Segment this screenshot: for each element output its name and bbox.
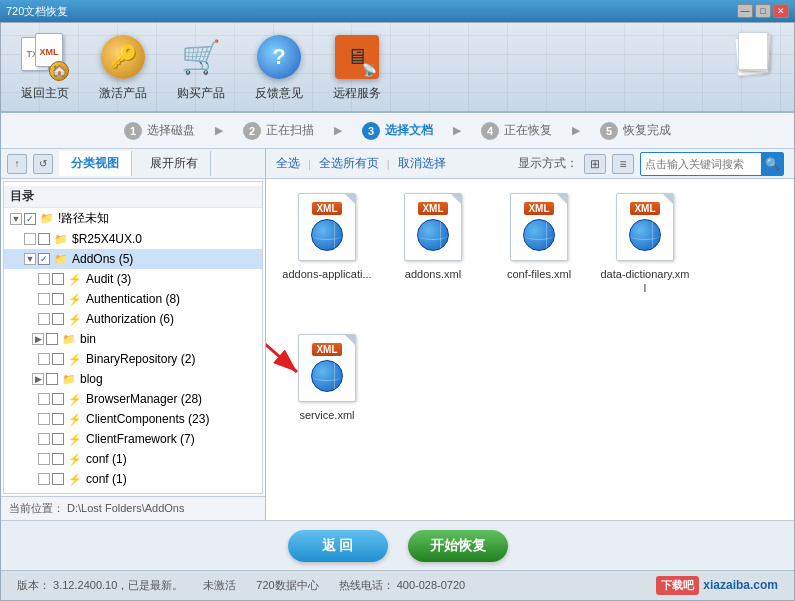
- expand-icon[interactable]: [38, 293, 50, 305]
- expand-icon[interactable]: ▼: [24, 253, 36, 265]
- checkbox[interactable]: [52, 353, 64, 365]
- tree-item-clientcomponents[interactable]: ⚡ ClientComponents (23): [4, 409, 262, 429]
- file-item-conf-files-xml[interactable]: XML conf-files.xml: [494, 191, 584, 296]
- tree-item-r25x4ux[interactable]: 📁 $R25X4UX.0: [4, 229, 262, 249]
- checkbox[interactable]: [52, 413, 64, 425]
- tree-item-label: BrowserManager (28): [86, 392, 202, 406]
- nav-up-button[interactable]: ↑: [7, 154, 27, 174]
- tree-item-authorization[interactable]: ⚡ Authorization (6): [4, 309, 262, 329]
- expand-icon[interactable]: ▼: [10, 213, 22, 225]
- tree-item-bin[interactable]: ▶ 📁 bin: [4, 329, 262, 349]
- doc-decoration: [714, 32, 774, 102]
- tree-item-label: conf (1): [86, 452, 127, 466]
- checkbox[interactable]: [46, 373, 58, 385]
- deselect-button[interactable]: 取消选择: [398, 155, 446, 172]
- checkbox[interactable]: [46, 333, 58, 345]
- checkbox[interactable]: [52, 273, 64, 285]
- window-controls: — □ ✕: [737, 4, 789, 18]
- close-button[interactable]: ✕: [773, 4, 789, 18]
- tree-item-authentication[interactable]: ⚡ Authentication (8): [4, 289, 262, 309]
- tree-item-browsermanager[interactable]: ⚡ BrowserManager (28): [4, 389, 262, 409]
- list-view-button[interactable]: ≡: [612, 154, 634, 174]
- left-panel: ↑ ↺ 分类视图 展开所有 目录 ▼ ✓ 📁 !路径未知: [1, 149, 266, 520]
- file-icon-area: XML: [397, 191, 469, 263]
- tree-item-clientframework[interactable]: ⚡ ClientFramework (7): [4, 429, 262, 449]
- tree-item-conf1[interactable]: ⚡ conf (1): [4, 449, 262, 469]
- sep1: |: [308, 158, 311, 170]
- file-icon-area: XML: [291, 191, 363, 263]
- checkbox[interactable]: [52, 393, 64, 405]
- feedback-icon-wrap: ?: [255, 33, 303, 81]
- content-area: ↑ ↺ 分类视图 展开所有 目录 ▼ ✓ 📁 !路径未知: [1, 149, 794, 520]
- file-item-data-dictionary-xml[interactable]: XML data-dictionary.xml: [600, 191, 690, 296]
- step-4-label: 正在恢复: [504, 122, 552, 139]
- logo-badge: 下载吧: [656, 576, 699, 595]
- tree-item-audit[interactable]: ⚡ Audit (3): [4, 269, 262, 289]
- tree-item-label: Authentication (8): [86, 292, 180, 306]
- file-item-addons-xml[interactable]: XML addons.xml: [388, 191, 478, 296]
- expand-icon[interactable]: ▶: [32, 373, 44, 385]
- checkbox[interactable]: ✓: [24, 213, 36, 225]
- tab-expand-all[interactable]: 展开所有: [138, 151, 211, 176]
- start-restore-button[interactable]: 开始恢复: [408, 530, 508, 562]
- step-sep-2: ▶: [334, 124, 342, 137]
- tree-item-crawler[interactable]: ⚡ Crawler (8): [4, 489, 262, 494]
- tab-category-view[interactable]: 分类视图: [59, 151, 132, 176]
- checkbox[interactable]: ✓: [38, 253, 50, 265]
- tree-item-conf2[interactable]: ⚡ conf (1): [4, 469, 262, 489]
- buy-label: 购买产品: [177, 85, 225, 102]
- expand-icon[interactable]: [38, 353, 50, 365]
- checkbox[interactable]: [52, 313, 64, 325]
- file-item-service-xml[interactable]: XML service.xml: [282, 332, 372, 422]
- expand-icon[interactable]: [24, 233, 36, 245]
- left-toolbar: ↑ ↺ 分类视图 展开所有: [1, 149, 265, 179]
- expand-icon[interactable]: [38, 273, 50, 285]
- checkbox[interactable]: [52, 433, 64, 445]
- nav-refresh-button[interactable]: ↺: [33, 154, 53, 174]
- tree-item-label: ClientComponents (23): [86, 412, 209, 426]
- expand-icon[interactable]: [38, 453, 50, 465]
- tree-item-addons[interactable]: ▼ ✓ 📁 AddOns (5): [4, 249, 262, 269]
- select-all-button[interactable]: 全选: [276, 155, 300, 172]
- expand-icon[interactable]: [38, 393, 50, 405]
- buy-button[interactable]: 🛒 购买产品: [177, 33, 225, 102]
- back-button[interactable]: 返 回: [288, 530, 388, 562]
- activate-label: 激活产品: [99, 85, 147, 102]
- checkbox[interactable]: [38, 233, 50, 245]
- expand-icon[interactable]: [38, 493, 50, 494]
- expand-icon[interactable]: [38, 313, 50, 325]
- folder-icon: 📁: [39, 211, 55, 227]
- search-button[interactable]: 🔍: [761, 153, 783, 175]
- grid-view-button[interactable]: ⊞: [584, 154, 606, 174]
- search-input[interactable]: [641, 154, 761, 174]
- checkbox[interactable]: [52, 493, 64, 494]
- tree-item-root[interactable]: ▼ ✓ 📁 !路径未知: [4, 208, 262, 229]
- activate-icon-wrap: 🔑: [99, 33, 147, 81]
- xml-badge: XML: [630, 202, 659, 215]
- checkbox[interactable]: [52, 293, 64, 305]
- right-toolbar: 全选 | 全选所有页 | 取消选择 显示方式： ⊞ ≡ 🔍: [266, 149, 794, 179]
- remote-button[interactable]: 🖥 📡 远程服务: [333, 33, 381, 102]
- file-grid: XML addons-applicati... XML addons.x: [266, 179, 794, 520]
- minimize-button[interactable]: —: [737, 4, 753, 18]
- tree-item-blog[interactable]: ▶ 📁 blog: [4, 369, 262, 389]
- expand-icon[interactable]: [38, 433, 50, 445]
- checkbox[interactable]: [52, 453, 64, 465]
- activate-button[interactable]: 🔑 激活产品: [99, 33, 147, 102]
- select-current-page-button[interactable]: 全选所有页: [319, 155, 379, 172]
- xml-badge: XML: [418, 202, 447, 215]
- expand-icon[interactable]: [38, 413, 50, 425]
- tree-item-label: Crawler (8): [86, 492, 145, 494]
- expand-icon[interactable]: ▶: [32, 333, 44, 345]
- home-button[interactable]: TXT XML 🏠 返回主页: [21, 33, 69, 102]
- current-path: 当前位置： D:\Lost Folders\AddOns: [1, 496, 265, 520]
- tree-item-label: BinaryRepository (2): [86, 352, 195, 366]
- feedback-button[interactable]: ? 反馈意见: [255, 33, 303, 102]
- file-name: addons.xml: [405, 267, 461, 281]
- expand-icon[interactable]: [38, 473, 50, 485]
- tree-item-binaryrepository[interactable]: ⚡ BinaryRepository (2): [4, 349, 262, 369]
- maximize-button[interactable]: □: [755, 4, 771, 18]
- file-item-addons-applicati[interactable]: XML addons-applicati...: [282, 191, 372, 296]
- checkbox[interactable]: [52, 473, 64, 485]
- cart-icon: 🛒: [179, 35, 223, 79]
